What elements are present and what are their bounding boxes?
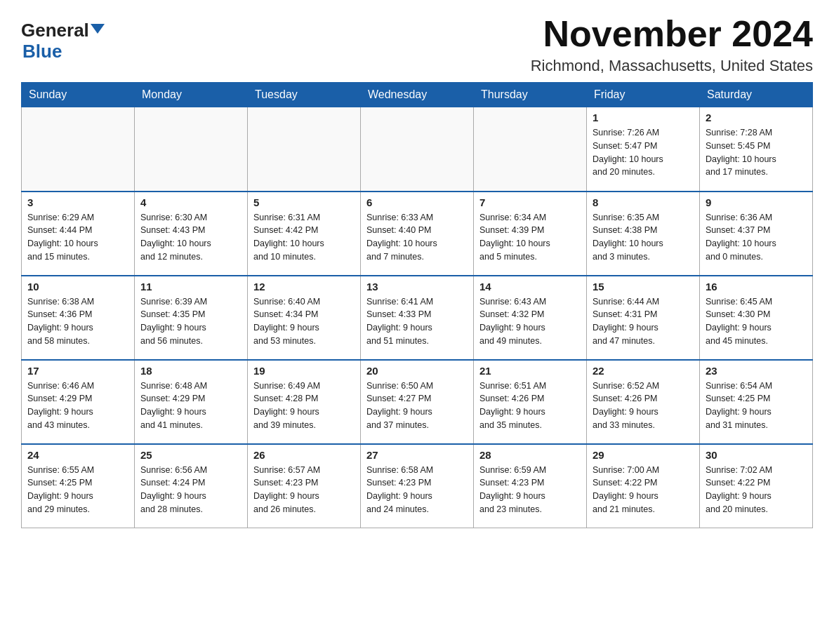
calendar-cell: 14Sunrise: 6:43 AM Sunset: 4:32 PM Dayli… <box>474 276 587 360</box>
day-number: 29 <box>593 449 694 461</box>
day-info: Sunrise: 6:40 AM Sunset: 4:34 PM Dayligh… <box>253 295 355 348</box>
calendar-cell <box>22 107 135 192</box>
day-info: Sunrise: 6:52 AM Sunset: 4:26 PM Dayligh… <box>593 380 694 432</box>
day-info: Sunrise: 6:43 AM Sunset: 4:32 PM Dayligh… <box>479 295 581 348</box>
day-info: Sunrise: 6:51 AM Sunset: 4:26 PM Dayligh… <box>479 380 581 432</box>
day-info: Sunrise: 6:46 AM Sunset: 4:29 PM Dayligh… <box>27 380 128 432</box>
day-number: 28 <box>479 449 581 461</box>
weekday-header-sunday: Sunday <box>22 83 135 107</box>
weekday-header-friday: Friday <box>587 83 700 107</box>
weekday-header-tuesday: Tuesday <box>248 83 361 107</box>
calendar-cell <box>135 107 248 192</box>
logo: General Blue <box>21 21 105 62</box>
day-number: 8 <box>593 196 694 208</box>
calendar-cell: 25Sunrise: 6:56 AM Sunset: 4:24 PM Dayli… <box>135 444 248 528</box>
calendar-week-row: 10Sunrise: 6:38 AM Sunset: 4:36 PM Dayli… <box>22 276 813 360</box>
day-number: 14 <box>479 281 581 293</box>
day-number: 27 <box>366 449 468 461</box>
day-info: Sunrise: 6:45 AM Sunset: 4:30 PM Dayligh… <box>706 295 807 348</box>
day-number: 30 <box>706 449 807 461</box>
day-number: 21 <box>479 365 581 377</box>
calendar-cell: 5Sunrise: 6:31 AM Sunset: 4:42 PM Daylig… <box>248 192 361 276</box>
day-info: Sunrise: 7:26 AM Sunset: 5:47 PM Dayligh… <box>593 126 694 179</box>
calendar-cell: 16Sunrise: 6:45 AM Sunset: 4:30 PM Dayli… <box>700 276 813 360</box>
day-number: 4 <box>140 196 241 208</box>
calendar-cell: 9Sunrise: 6:36 AM Sunset: 4:37 PM Daylig… <box>700 192 813 276</box>
day-number: 7 <box>479 196 581 208</box>
day-number: 16 <box>706 281 807 293</box>
weekday-header-saturday: Saturday <box>700 83 813 107</box>
day-info: Sunrise: 6:29 AM Sunset: 4:44 PM Dayligh… <box>27 211 128 264</box>
calendar-week-row: 3Sunrise: 6:29 AM Sunset: 4:44 PM Daylig… <box>22 192 813 276</box>
day-info: Sunrise: 6:34 AM Sunset: 4:39 PM Dayligh… <box>479 211 581 264</box>
day-info: Sunrise: 7:00 AM Sunset: 4:22 PM Dayligh… <box>593 464 694 516</box>
day-info: Sunrise: 6:58 AM Sunset: 4:23 PM Dayligh… <box>366 464 468 516</box>
weekday-header-thursday: Thursday <box>474 83 587 107</box>
day-info: Sunrise: 6:36 AM Sunset: 4:37 PM Dayligh… <box>706 211 807 264</box>
calendar-cell: 6Sunrise: 6:33 AM Sunset: 4:40 PM Daylig… <box>361 192 474 276</box>
calendar-cell: 15Sunrise: 6:44 AM Sunset: 4:31 PM Dayli… <box>587 276 700 360</box>
day-info: Sunrise: 6:41 AM Sunset: 4:33 PM Dayligh… <box>366 295 468 348</box>
day-number: 22 <box>593 365 694 377</box>
day-info: Sunrise: 6:54 AM Sunset: 4:25 PM Dayligh… <box>706 380 807 432</box>
day-number: 2 <box>706 112 807 123</box>
weekday-header-wednesday: Wednesday <box>361 83 474 107</box>
calendar-cell: 1Sunrise: 7:26 AM Sunset: 5:47 PM Daylig… <box>587 107 700 192</box>
calendar-cell: 2Sunrise: 7:28 AM Sunset: 5:45 PM Daylig… <box>700 107 813 192</box>
day-number: 9 <box>706 196 807 208</box>
day-number: 12 <box>253 281 355 293</box>
header: General Blue November 2024 Richmond, Mas… <box>21 14 813 75</box>
day-info: Sunrise: 6:50 AM Sunset: 4:27 PM Dayligh… <box>366 380 468 432</box>
day-number: 11 <box>140 281 241 293</box>
logo-general: General <box>21 21 89 39</box>
day-info: Sunrise: 7:02 AM Sunset: 4:22 PM Dayligh… <box>706 464 807 516</box>
calendar-cell: 23Sunrise: 6:54 AM Sunset: 4:25 PM Dayli… <box>700 360 813 444</box>
day-number: 15 <box>593 281 694 293</box>
calendar-cell: 22Sunrise: 6:52 AM Sunset: 4:26 PM Dayli… <box>587 360 700 444</box>
day-info: Sunrise: 6:35 AM Sunset: 4:38 PM Dayligh… <box>593 211 694 264</box>
day-info: Sunrise: 6:48 AM Sunset: 4:29 PM Dayligh… <box>140 380 241 432</box>
day-info: Sunrise: 6:30 AM Sunset: 4:43 PM Dayligh… <box>140 211 241 264</box>
calendar-cell: 24Sunrise: 6:55 AM Sunset: 4:25 PM Dayli… <box>22 444 135 528</box>
calendar-cell: 3Sunrise: 6:29 AM Sunset: 4:44 PM Daylig… <box>22 192 135 276</box>
day-info: Sunrise: 6:57 AM Sunset: 4:23 PM Dayligh… <box>253 464 355 516</box>
calendar-cell: 4Sunrise: 6:30 AM Sunset: 4:43 PM Daylig… <box>135 192 248 276</box>
day-number: 6 <box>366 196 468 208</box>
calendar-cell: 26Sunrise: 6:57 AM Sunset: 4:23 PM Dayli… <box>248 444 361 528</box>
title-area: November 2024 Richmond, Massachusetts, U… <box>531 14 813 75</box>
calendar-cell <box>248 107 361 192</box>
calendar-cell: 27Sunrise: 6:58 AM Sunset: 4:23 PM Dayli… <box>361 444 474 528</box>
calendar-cell: 10Sunrise: 6:38 AM Sunset: 4:36 PM Dayli… <box>22 276 135 360</box>
calendar: SundayMondayTuesdayWednesdayThursdayFrid… <box>21 82 813 528</box>
calendar-week-row: 1Sunrise: 7:26 AM Sunset: 5:47 PM Daylig… <box>22 107 813 192</box>
day-info: Sunrise: 7:28 AM Sunset: 5:45 PM Dayligh… <box>706 126 807 179</box>
day-number: 13 <box>366 281 468 293</box>
calendar-cell: 21Sunrise: 6:51 AM Sunset: 4:26 PM Dayli… <box>474 360 587 444</box>
day-info: Sunrise: 6:56 AM Sunset: 4:24 PM Dayligh… <box>140 464 241 516</box>
day-number: 3 <box>27 196 128 208</box>
month-title: November 2024 <box>531 14 813 54</box>
calendar-cell: 20Sunrise: 6:50 AM Sunset: 4:27 PM Dayli… <box>361 360 474 444</box>
location-title: Richmond, Massachusetts, United States <box>531 57 813 75</box>
calendar-cell: 19Sunrise: 6:49 AM Sunset: 4:28 PM Dayli… <box>248 360 361 444</box>
day-info: Sunrise: 6:59 AM Sunset: 4:23 PM Dayligh… <box>479 464 581 516</box>
calendar-cell: 28Sunrise: 6:59 AM Sunset: 4:23 PM Dayli… <box>474 444 587 528</box>
day-number: 5 <box>253 196 355 208</box>
day-info: Sunrise: 6:55 AM Sunset: 4:25 PM Dayligh… <box>27 464 128 516</box>
day-number: 19 <box>253 365 355 377</box>
logo-triangle-icon <box>91 24 105 34</box>
day-info: Sunrise: 6:39 AM Sunset: 4:35 PM Dayligh… <box>140 295 241 348</box>
calendar-week-row: 24Sunrise: 6:55 AM Sunset: 4:25 PM Dayli… <box>22 444 813 528</box>
day-number: 18 <box>140 365 241 377</box>
calendar-cell: 8Sunrise: 6:35 AM Sunset: 4:38 PM Daylig… <box>587 192 700 276</box>
weekday-header-row: SundayMondayTuesdayWednesdayThursdayFrid… <box>22 83 813 107</box>
day-number: 10 <box>27 281 128 293</box>
day-number: 17 <box>27 365 128 377</box>
logo-blue: Blue <box>22 41 62 62</box>
weekday-header-monday: Monday <box>135 83 248 107</box>
day-info: Sunrise: 6:33 AM Sunset: 4:40 PM Dayligh… <box>366 211 468 264</box>
day-info: Sunrise: 6:49 AM Sunset: 4:28 PM Dayligh… <box>253 380 355 432</box>
day-number: 26 <box>253 449 355 461</box>
day-number: 25 <box>140 449 241 461</box>
calendar-cell: 12Sunrise: 6:40 AM Sunset: 4:34 PM Dayli… <box>248 276 361 360</box>
